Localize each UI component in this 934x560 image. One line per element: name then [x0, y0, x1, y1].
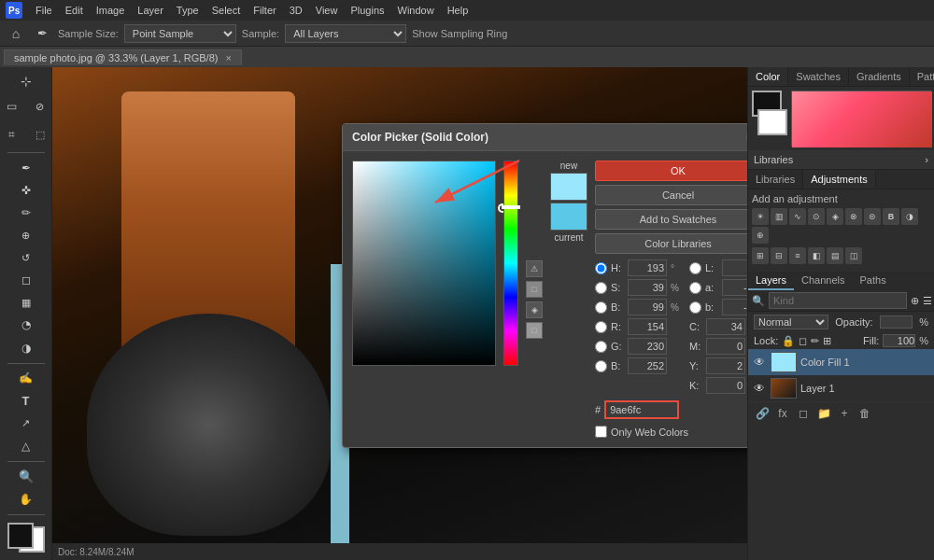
threshold-icon[interactable]: ◧	[808, 247, 825, 264]
menu-select[interactable]: Select	[206, 3, 247, 18]
menu-3d[interactable]: 3D	[284, 3, 308, 18]
filter-icon-2[interactable]: ☰	[923, 295, 932, 307]
vibrance-icon[interactable]: ◈	[827, 208, 843, 225]
rectangle-select-tool[interactable]: ▭	[0, 93, 25, 119]
a-input[interactable]: -20	[722, 279, 747, 296]
web-safe-square-icon[interactable]: □	[526, 322, 543, 339]
layer-row-colorfill[interactable]: 👁 Color Fill 1	[748, 349, 934, 375]
blur-tool[interactable]: ◔	[13, 315, 39, 335]
new-group-button[interactable]: 📁	[815, 405, 832, 422]
opacity-input[interactable]: 100	[880, 315, 913, 329]
tab-paths[interactable]: Paths	[853, 272, 894, 290]
panel-background-color[interactable]	[757, 109, 787, 135]
move-tool[interactable]: ⊹	[13, 71, 39, 91]
hue-input[interactable]: 193	[628, 259, 667, 276]
blue-radio[interactable]	[595, 360, 607, 372]
panel-color-gradient[interactable]	[792, 91, 932, 147]
invert-icon[interactable]: ⊟	[771, 247, 787, 264]
levels-icon[interactable]: ▥	[771, 208, 787, 225]
K-input[interactable]: 0	[706, 377, 745, 394]
red-input[interactable]: 154	[628, 318, 667, 335]
shape-tool[interactable]: △	[13, 436, 39, 456]
tab-color[interactable]: Color	[748, 67, 788, 86]
menu-type[interactable]: Type	[171, 3, 205, 18]
tab-adjustments[interactable]: Adjustments	[803, 170, 876, 189]
hue-slider[interactable]	[503, 161, 518, 366]
hsl-icon[interactable]: ⊗	[845, 208, 862, 225]
add-mask-button[interactable]: ◻	[795, 405, 812, 422]
color-lookup-icon[interactable]: ⊞	[752, 247, 769, 264]
filter-icon-1[interactable]: ⊕	[911, 295, 919, 307]
menu-image[interactable]: Image	[91, 3, 131, 18]
out-of-gamut-icon[interactable]: □	[526, 281, 543, 298]
red-radio[interactable]	[595, 321, 607, 333]
menu-layer[interactable]: Layer	[132, 3, 169, 18]
menu-view[interactable]: View	[310, 3, 344, 18]
path-select-tool[interactable]: ↗	[13, 413, 39, 434]
hand-tool[interactable]: ✋	[13, 489, 39, 510]
selective-color-icon[interactable]: ◫	[845, 247, 862, 264]
web-safe-icon[interactable]: ◈	[526, 301, 543, 318]
green-input[interactable]: 230	[628, 338, 667, 355]
channel-mixer-icon[interactable]: ⊕	[752, 227, 769, 244]
b-input[interactable]: -18	[722, 299, 747, 315]
M-input[interactable]: 0	[706, 338, 745, 355]
gamut-warning-icon[interactable]: ⚠	[526, 260, 543, 277]
color-libraries-button[interactable]: Color Libraries	[595, 233, 747, 254]
ok-button[interactable]: OK	[595, 161, 747, 181]
blend-mode-select[interactable]: Normal	[754, 315, 828, 329]
lock-transparent-icon[interactable]: ◻	[799, 335, 807, 347]
b-radio[interactable]	[689, 301, 701, 314]
blue-input[interactable]: 252	[628, 357, 667, 374]
sample-select[interactable]: All Layers	[285, 24, 406, 43]
tab-close-button[interactable]: ×	[226, 52, 232, 63]
layers-kind-filter[interactable]	[769, 292, 907, 309]
history-brush-tool[interactable]: ↺	[13, 247, 39, 268]
fill-input[interactable]	[883, 334, 915, 347]
tab-swatches[interactable]: Swatches	[788, 67, 849, 86]
document-tab[interactable]: sample photo.jpg @ 33.3% (Layer 1, RGB/8…	[4, 49, 242, 65]
color-gradient-picker[interactable]	[352, 161, 496, 366]
brush-tool[interactable]: ✏	[13, 203, 39, 223]
exposure-icon[interactable]: ⊙	[808, 208, 825, 225]
menu-filter[interactable]: Filter	[248, 3, 281, 18]
new-layer-button[interactable]: +	[836, 405, 853, 422]
green-radio[interactable]	[595, 341, 607, 353]
color-balance-icon[interactable]: ⊜	[864, 208, 881, 225]
Y-input[interactable]: 2	[706, 357, 745, 374]
perspective-crop-tool[interactable]: ⬚	[27, 121, 53, 147]
tab-layers[interactable]: Layers	[748, 272, 794, 290]
libraries-header[interactable]: Libraries ›	[748, 150, 934, 169]
layer-row-layer1[interactable]: 👁 Layer 1	[748, 375, 934, 401]
L-input[interactable]: 87	[722, 259, 747, 276]
eyedropper-tool[interactable]: ✒	[13, 158, 39, 178]
menu-file[interactable]: File	[30, 3, 58, 18]
lock-image-icon[interactable]: ✏	[811, 335, 819, 347]
C-input[interactable]: 34	[706, 318, 745, 335]
brightness-contrast-icon[interactable]: ☀	[752, 208, 769, 225]
type-tool[interactable]: T	[13, 390, 39, 411]
home-button[interactable]: ⌂	[6, 23, 26, 44]
bw-icon[interactable]: B	[883, 208, 899, 225]
pen-tool[interactable]: ✍	[13, 368, 39, 388]
eraser-tool[interactable]: ◻	[13, 270, 39, 290]
eyedropper-tool-icon[interactable]: ✒	[32, 23, 52, 44]
hue-radio[interactable]	[595, 262, 607, 274]
saturation-input[interactable]: 39	[628, 279, 667, 296]
link-layers-button[interactable]: 🔗	[754, 405, 771, 422]
hex-input[interactable]: 9ae6fc	[604, 400, 679, 419]
sample-size-select[interactable]: Point Sample	[124, 24, 236, 43]
tab-channels[interactable]: Channels	[794, 272, 852, 290]
add-style-button[interactable]: fx	[774, 405, 791, 422]
gradient-tool[interactable]: ▦	[13, 292, 39, 313]
brightness-radio[interactable]	[595, 301, 607, 314]
layer-visibility-eye-2[interactable]: 👁	[754, 382, 767, 395]
saturation-radio[interactable]	[595, 282, 607, 294]
menu-help[interactable]: Help	[442, 3, 474, 18]
spot-heal-tool[interactable]: ✜	[13, 180, 39, 201]
delete-layer-button[interactable]: 🗑	[856, 405, 873, 422]
cancel-button[interactable]: Cancel	[595, 185, 747, 205]
L-radio[interactable]	[689, 262, 701, 274]
menu-edit[interactable]: Edit	[60, 3, 89, 18]
dialog-close-button[interactable]: ×	[746, 130, 747, 145]
